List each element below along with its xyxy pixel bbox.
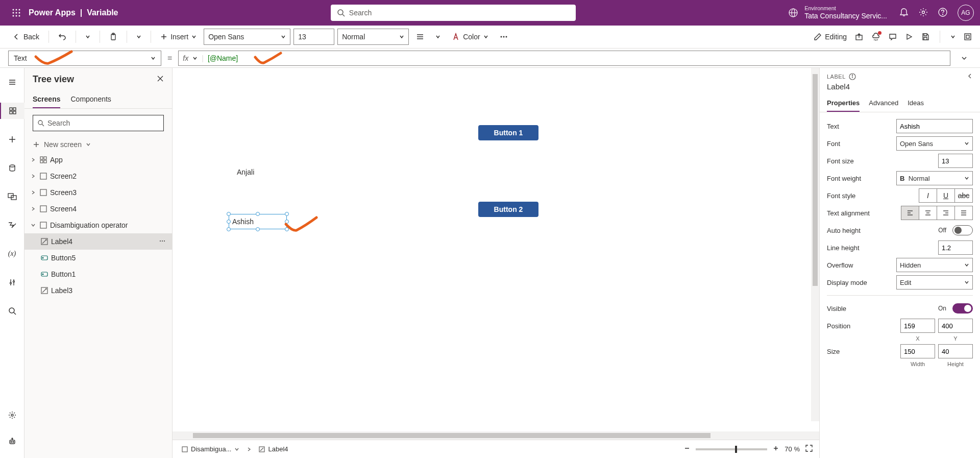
align-button[interactable] — [412, 31, 428, 43]
notifications-icon[interactable] — [899, 8, 909, 18]
rail-virtual-agent-icon[interactable] — [0, 433, 24, 450]
rail-hamburger-icon[interactable] — [0, 74, 24, 90]
italic-button[interactable]: I — [919, 188, 937, 203]
rail-tools-icon[interactable] — [0, 274, 24, 291]
help-icon[interactable] — [938, 8, 947, 18]
share-button[interactable] — [855, 33, 863, 41]
undo-dropdown[interactable] — [81, 32, 94, 41]
autoheight-toggle[interactable] — [952, 225, 973, 235]
tree-item-screen3[interactable]: Screen3 — [24, 184, 172, 201]
rail-variables-icon[interactable]: (x) — [0, 246, 24, 262]
zoom-in-button[interactable] — [772, 445, 779, 453]
canvas-button-2[interactable]: Button 2 — [478, 202, 538, 217]
tree-item-label3[interactable]: Label3 — [24, 282, 172, 299]
fit-to-screen-button[interactable] — [805, 444, 813, 454]
info-icon[interactable] — [849, 73, 856, 80]
new-screen-button[interactable]: New screen — [24, 137, 172, 152]
advanced-tab[interactable]: Advanced — [869, 95, 898, 112]
tree-item-button1[interactable]: Button1 — [24, 266, 172, 282]
save-dropdown[interactable] — [950, 34, 955, 39]
save-button[interactable] — [921, 33, 929, 41]
prop-size-h-input[interactable] — [938, 344, 973, 358]
tree-item-label4[interactable]: Label4 — [24, 233, 172, 250]
environment-block[interactable]: Environment Tata Consultancy Servic... — [788, 5, 887, 20]
tree-item-button5[interactable]: Button5 — [24, 250, 172, 266]
underline-button[interactable]: U — [937, 188, 955, 203]
font-size-input[interactable]: 13 — [293, 29, 334, 45]
color-button[interactable]: Color — [448, 31, 492, 43]
breadcrumb-control[interactable]: Label4 — [256, 444, 291, 454]
prop-fontweight-select[interactable]: B Normal — [896, 171, 973, 185]
left-rail: (x) — [0, 68, 24, 458]
comments-button[interactable] — [889, 33, 897, 41]
global-search-input[interactable]: Search — [331, 5, 576, 21]
canvas-horizontal-scrollbar[interactable] — [173, 431, 819, 440]
rail-settings-icon[interactable] — [0, 407, 24, 423]
user-avatar[interactable]: AG — [958, 5, 974, 21]
canvas-button-1[interactable]: Button 1 — [478, 125, 538, 140]
editing-mode-button[interactable]: Editing — [814, 33, 847, 41]
svg-rect-60 — [44, 157, 46, 159]
expand-formula-bar[interactable] — [957, 55, 972, 62]
align-left-button[interactable] — [901, 206, 919, 220]
settings-icon[interactable] — [919, 8, 928, 18]
expand-panel-icon[interactable] — [967, 73, 973, 80]
tree-item-screen4[interactable]: Screen4 — [24, 201, 172, 217]
properties-tab[interactable]: Properties — [827, 95, 860, 112]
prop-fontsize-input[interactable] — [938, 154, 973, 168]
zoom-out-button[interactable] — [683, 445, 691, 453]
publish-button[interactable] — [964, 33, 972, 41]
preview-button[interactable] — [905, 33, 913, 41]
breadcrumb-screen[interactable]: Disambigua... — [179, 444, 242, 454]
insert-button[interactable]: Insert — [156, 31, 201, 43]
visible-toggle[interactable] — [952, 303, 973, 314]
align-right-button[interactable] — [937, 206, 955, 220]
rail-insert-icon[interactable] — [0, 131, 24, 148]
rail-power-automate-icon[interactable] — [0, 217, 24, 233]
tree-item-screen2[interactable]: Screen2 — [24, 168, 172, 184]
prop-lineheight-input[interactable] — [938, 240, 973, 255]
app-checker-button[interactable] — [871, 32, 880, 41]
formula-input[interactable]: fx | [@Name] — [178, 51, 950, 66]
align-justify-button[interactable] — [954, 206, 973, 220]
prop-font-select[interactable]: Open Sans — [896, 136, 973, 151]
more-commands-button[interactable] — [496, 31, 512, 43]
close-tree-view-button[interactable] — [157, 75, 164, 84]
paste-dropdown[interactable] — [132, 32, 145, 41]
rail-data-icon[interactable] — [0, 160, 24, 176]
align-dropdown[interactable] — [431, 32, 445, 41]
prop-position-y-input[interactable] — [938, 319, 973, 333]
back-button[interactable]: Back — [8, 31, 43, 43]
strikethrough-button[interactable]: abc — [954, 188, 973, 203]
canvas-label-ashish-selected[interactable]: Ashish — [229, 214, 287, 229]
tree-item-more-icon[interactable] — [159, 237, 166, 246]
prop-text-input[interactable] — [896, 119, 973, 133]
tree-search-input[interactable]: Search — [33, 115, 164, 131]
ideas-tab[interactable]: Ideas — [908, 95, 924, 112]
svg-rect-62 — [44, 160, 46, 163]
tree-item-app[interactable]: App — [24, 152, 172, 168]
app-title: Power Apps | Variable — [29, 8, 118, 17]
font-weight-select[interactable]: Normal — [337, 29, 409, 45]
rail-media-icon[interactable] — [0, 188, 24, 205]
svg-point-68 — [160, 240, 161, 242]
rail-tree-view-icon[interactable] — [0, 103, 24, 119]
prop-overflow-select[interactable]: Hidden — [896, 258, 973, 272]
canvas-vertical-scrollbar[interactable] — [811, 68, 819, 421]
app-launcher-icon[interactable] — [6, 9, 27, 17]
tree-item-disambiguation[interactable]: Disambiguation operator — [24, 217, 172, 233]
zoom-slider[interactable] — [696, 448, 767, 450]
canvas[interactable]: Anjali Ashish Button 1 Button 2 — [173, 68, 819, 431]
tab-components[interactable]: Components — [70, 91, 111, 108]
prop-size-w-input[interactable] — [900, 344, 935, 358]
prop-displaymode-select[interactable]: Edit — [896, 275, 973, 290]
prop-position-x-input[interactable] — [900, 319, 935, 333]
undo-button[interactable] — [54, 31, 70, 43]
rail-search-icon[interactable] — [0, 303, 24, 319]
align-center-button[interactable] — [919, 206, 937, 220]
font-select[interactable]: Open Sans — [204, 29, 290, 45]
canvas-label-anjali[interactable]: Anjali — [237, 168, 254, 176]
property-selector[interactable]: Text — [8, 51, 161, 66]
paste-button[interactable] — [105, 31, 121, 43]
tab-screens[interactable]: Screens — [33, 91, 60, 108]
